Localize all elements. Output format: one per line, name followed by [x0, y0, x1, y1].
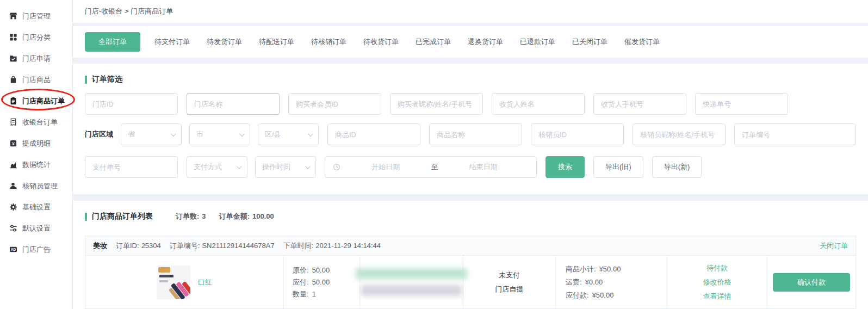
- chevron-down-icon: [308, 131, 313, 137]
- grid-icon: [9, 33, 17, 41]
- buyer-nickname-input[interactable]: [390, 93, 483, 115]
- search-button[interactable]: 搜索: [545, 156, 585, 178]
- confirm-payment-button[interactable]: 确认付款: [773, 273, 850, 292]
- person-icon: [9, 182, 17, 190]
- region-label: 门店区域: [85, 129, 121, 139]
- product-thumbnail[interactable]: [157, 265, 190, 299]
- province-select[interactable]: 省: [121, 123, 182, 145]
- payment-no-input[interactable]: [85, 156, 178, 178]
- modify-price-link[interactable]: 修改价格: [703, 275, 731, 289]
- order-list-header: 门店商品订单列表 订单数:3 订单金额:100.00: [85, 212, 856, 221]
- receiver-name-input[interactable]: [492, 93, 585, 115]
- export-new-button[interactable]: 导出(新): [652, 156, 702, 178]
- receiver-phone-input[interactable]: [593, 93, 686, 115]
- tab-pending-receipt[interactable]: 待收货订单: [363, 37, 399, 47]
- tab-urge-shipment[interactable]: 催发货订单: [624, 37, 660, 47]
- order-sn-input[interactable]: [734, 123, 856, 145]
- view-detail-link[interactable]: 查看详情: [703, 289, 731, 304]
- tracking-number-input[interactable]: [695, 93, 788, 115]
- order-time: 下单时间:2021-11-29 14:14:44: [283, 241, 381, 251]
- sidebar-item-commission-detail[interactable]: ¥ 提成明细: [0, 133, 72, 154]
- chart-icon: [9, 160, 17, 169]
- section-accent-bar: [85, 213, 87, 221]
- status-cell: 未支付 门店自提: [463, 256, 555, 308]
- date-range-picker[interactable]: 开始日期 至 结束日期: [325, 156, 537, 178]
- amount-cell: 商品小计:¥50.00 运费:¥0.00 应付款:¥50.00: [555, 256, 667, 308]
- breadcrumb: 门店-收银台 > 门店商品订单: [73, 0, 868, 23]
- sidebar-item-store-goods-orders[interactable]: 门店商品订单: [0, 90, 72, 112]
- tab-completed[interactable]: 已完成订单: [416, 37, 451, 47]
- sidebar-item-store-application[interactable]: 门店申请: [0, 48, 72, 69]
- order-list-section: 门店商品订单列表 订单数:3 订单金额:100.00 美妆 订单ID:25304…: [73, 201, 868, 309]
- operate-time-select[interactable]: 操作时间: [255, 156, 316, 178]
- tab-pending-shipment[interactable]: 待发货订单: [207, 37, 242, 47]
- city-select[interactable]: 市: [189, 123, 250, 145]
- bag-icon: [9, 76, 17, 84]
- verifier-id-input[interactable]: [531, 123, 624, 145]
- goods-subtotal: 商品小计:¥50.00: [566, 263, 667, 276]
- tab-refunded[interactable]: 已退款订单: [520, 37, 555, 47]
- district-select[interactable]: 区/县: [258, 123, 319, 145]
- tab-pending-verification[interactable]: 待核销订单: [311, 37, 346, 47]
- clock-icon: [333, 163, 340, 171]
- order-sn: 订单编号:SN21112914144678A7: [170, 241, 275, 251]
- quantity: 数量:1: [293, 288, 359, 300]
- order-product-row: 口红 原价:50.00 应付:50.00 数量:1: [85, 256, 855, 308]
- product-cell: 口红: [85, 256, 283, 308]
- payment-method-select[interactable]: 支付方式: [187, 156, 247, 178]
- tab-closed[interactable]: 已关闭订单: [572, 37, 607, 47]
- section-accent-bar: [85, 76, 87, 84]
- verifier-nickname-input[interactable]: [633, 123, 726, 145]
- product-name-input[interactable]: [429, 123, 522, 145]
- sidebar-item-basic-settings[interactable]: 基础设置: [0, 196, 72, 218]
- tab-all-orders[interactable]: 全部订单: [85, 32, 140, 52]
- chevron-down-icon: [171, 131, 176, 137]
- filter-row-2: 门店区域 省 市 区/县: [85, 123, 856, 145]
- sidebar-item-store-ads[interactable]: AD 门店广告: [0, 239, 72, 260]
- order-card-header: 美妆 订单ID:25304 订单编号:SN21112914144678A7 下单…: [85, 236, 855, 256]
- tab-pending-payment[interactable]: 待支付订单: [154, 37, 190, 47]
- buyer-member-id-input[interactable]: [288, 93, 381, 115]
- shipping-fee: 运费:¥0.00: [566, 276, 667, 289]
- sidebar-item-label: 门店申请: [22, 54, 51, 64]
- sidebar-item-verifier-management[interactable]: 核销员管理: [0, 175, 72, 196]
- new-badge: [158, 267, 170, 273]
- product-name-link[interactable]: 口红: [198, 277, 212, 287]
- sidebar-item-data-statistics[interactable]: 数据统计: [0, 154, 72, 175]
- sidebar-item-label: 门店商品: [22, 75, 51, 85]
- store-id-input[interactable]: [85, 93, 178, 115]
- actions-cell: 待付款 修改价格 查看详情: [667, 256, 767, 308]
- product-id-input[interactable]: [327, 123, 420, 145]
- date-separator: 至: [431, 162, 438, 172]
- sidebar-item-default-settings[interactable]: 默认设置: [0, 218, 72, 239]
- sidebar-item-store-management[interactable]: 门店管理: [0, 5, 72, 27]
- sidebar-item-label: 门店广告: [22, 245, 51, 255]
- amount-payable: 应付款:¥50.00: [566, 289, 667, 302]
- tab-return-exchange[interactable]: 退换货订单: [468, 37, 503, 47]
- order-list-title: 门店商品订单列表: [85, 212, 153, 221]
- sidebar-item-store-category[interactable]: 门店分类: [0, 27, 72, 48]
- start-date-input[interactable]: 开始日期: [340, 162, 431, 172]
- store-name-input[interactable]: [187, 93, 280, 115]
- export-old-button[interactable]: 导出(旧): [593, 156, 643, 178]
- sidebar-item-label: 门店管理: [22, 11, 51, 21]
- customer-cell: [359, 256, 463, 308]
- delivery-method: 门店自提: [495, 282, 524, 296]
- sidebar-item-label: 基础设置: [22, 202, 51, 212]
- original-price: 原价:50.00: [293, 264, 359, 276]
- thumb-text-line: [159, 280, 168, 282]
- close-order-link[interactable]: 关闭订单: [820, 241, 848, 251]
- end-date-input[interactable]: 结束日期: [438, 162, 529, 172]
- sidebar-item-label: 默认设置: [22, 224, 51, 233]
- sidebar-item-label: 门店商品订单: [22, 96, 65, 106]
- sidebar-item-cashier-orders[interactable]: 收银台订单: [0, 112, 72, 133]
- sidebar-item-store-goods[interactable]: 门店商品: [0, 69, 72, 90]
- order-card: 美妆 订单ID:25304 订单编号:SN21112914144678A7 下单…: [85, 236, 856, 309]
- clipboard-icon: [9, 97, 17, 105]
- tab-pending-delivery[interactable]: 待配送订单: [259, 37, 294, 47]
- order-filter-section: 订单筛选 门店区域 省 市: [73, 64, 868, 194]
- store-icon: [9, 12, 17, 20]
- chevron-down-icon: [237, 164, 242, 169]
- sliders-icon: [9, 224, 17, 232]
- chevron-down-icon: [239, 131, 245, 137]
